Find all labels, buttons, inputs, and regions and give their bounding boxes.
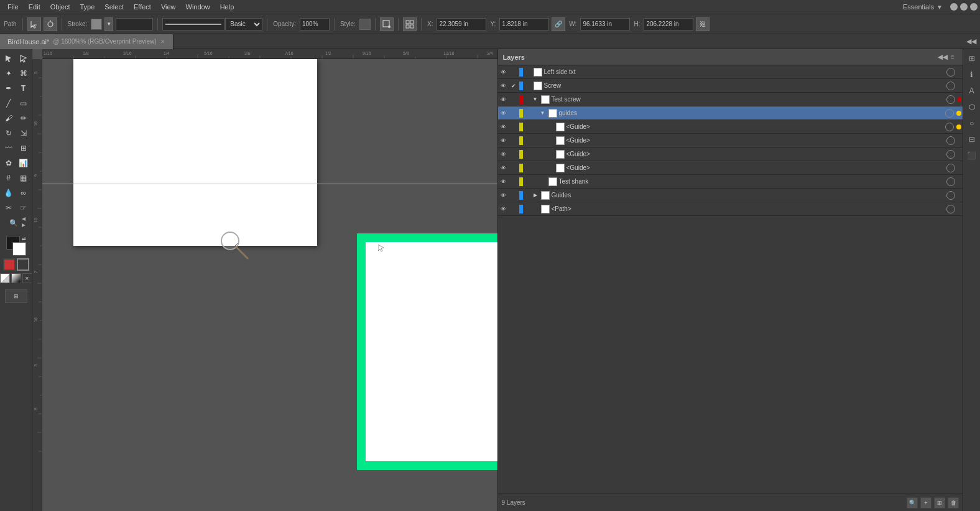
layer-target-guides[interactable] bbox=[945, 109, 954, 118]
menu-effect[interactable]: Effect bbox=[129, 2, 156, 12]
lasso-tool[interactable]: ⌘ bbox=[17, 67, 30, 80]
y-input[interactable] bbox=[499, 18, 549, 30]
rect-tool[interactable]: ▭ bbox=[17, 96, 30, 110]
anchor-btn[interactable] bbox=[44, 17, 57, 31]
mesh-tool[interactable]: # bbox=[2, 171, 16, 185]
paintbrush-tool[interactable]: 🖌 bbox=[2, 111, 16, 125]
window-close[interactable] bbox=[970, 3, 978, 11]
swap-colors-btn[interactable]: ⇄ bbox=[22, 236, 26, 241]
layer-expand-guides2[interactable]: ▶ bbox=[532, 192, 539, 198]
opacity-input[interactable] bbox=[300, 18, 330, 30]
layer-expand-guides[interactable]: ▼ bbox=[539, 110, 547, 116]
menu-help[interactable]: Help bbox=[215, 2, 239, 12]
layer-target-test-shank[interactable] bbox=[946, 177, 955, 186]
trash-btn[interactable]: 🗑 bbox=[948, 497, 959, 509]
layer-target-guide3[interactable] bbox=[946, 150, 955, 159]
menu-view[interactable]: View bbox=[156, 2, 181, 12]
layer-row-guides[interactable]: 👁 ▼ guides bbox=[498, 106, 963, 120]
layer-target-guides2[interactable] bbox=[946, 191, 955, 200]
workspace-arrow[interactable]: ▼ bbox=[936, 4, 943, 11]
stroke-color[interactable] bbox=[91, 19, 102, 30]
background-swatch[interactable] bbox=[12, 242, 26, 256]
layer-visibility-guides[interactable]: 👁 bbox=[498, 110, 509, 116]
layer-target-guide2[interactable] bbox=[946, 136, 955, 145]
column-graph-tool[interactable]: 📊 bbox=[17, 156, 30, 170]
grid-icon[interactable] bbox=[403, 17, 417, 31]
search-layers-btn[interactable]: 🔍 bbox=[907, 497, 918, 509]
selection-tool[interactable] bbox=[2, 52, 16, 65]
warp-tool[interactable]: 〰 bbox=[2, 141, 16, 155]
x-input[interactable] bbox=[437, 18, 486, 30]
layer-visibility-left-side-txt[interactable]: 👁 bbox=[498, 69, 509, 75]
menu-file[interactable]: File bbox=[2, 2, 24, 12]
h-input[interactable] bbox=[644, 18, 693, 30]
style-swatch[interactable] bbox=[359, 19, 371, 30]
canvas-area[interactable] bbox=[42, 59, 497, 511]
layer-visibility-test-shank[interactable]: 👁 bbox=[498, 179, 509, 185]
zoom-tool[interactable]: 🔍 bbox=[7, 216, 21, 230]
artboard-tool[interactable]: ⊞ bbox=[5, 289, 27, 303]
rotate-tool[interactable]: ↻ bbox=[2, 126, 16, 140]
symbol-sprayer-tool[interactable]: ✿ bbox=[2, 156, 16, 170]
align-strip-btn[interactable]: ⊟ bbox=[965, 133, 979, 146]
line-tool[interactable]: ╱ bbox=[2, 96, 16, 110]
document-tab[interactable]: BirdHouse.ai* @ 1600%% (RGB/Overprint Pr… bbox=[0, 34, 173, 49]
pathfinder-strip-btn[interactable]: ○ bbox=[965, 116, 979, 130]
pen-tool[interactable]: ✒ bbox=[2, 82, 16, 95]
nav-left[interactable]: ◀ bbox=[22, 216, 25, 222]
menu-window[interactable]: Window bbox=[181, 2, 215, 12]
layers-panel-menu-btn[interactable]: ≡ bbox=[948, 52, 958, 62]
gradient-btn[interactable] bbox=[11, 273, 21, 283]
layer-row-screw[interactable]: 👁 ✔ Screw bbox=[498, 79, 963, 93]
constrain-icon[interactable]: ⛓ bbox=[696, 17, 710, 31]
window-minimize[interactable] bbox=[950, 3, 958, 11]
layer-target-path[interactable] bbox=[946, 205, 955, 213]
select-path-btn[interactable] bbox=[27, 17, 41, 31]
layer-target-guide4[interactable] bbox=[946, 164, 955, 172]
direct-selection-tool[interactable] bbox=[17, 52, 30, 65]
layer-row-guide2[interactable]: 👁 <Guide> bbox=[498, 134, 963, 148]
color-btn[interactable] bbox=[0, 273, 10, 283]
hand-tool[interactable]: ☞ bbox=[17, 201, 30, 215]
layer-target-guide1[interactable] bbox=[945, 123, 954, 131]
layers-panel-expand-btn[interactable]: ◀◀ bbox=[938, 52, 948, 62]
move-to-new-btn[interactable]: ⊞ bbox=[934, 497, 945, 509]
layer-visibility-guide1[interactable]: 👁 bbox=[498, 124, 509, 130]
layer-visibility-path[interactable]: 👁 bbox=[498, 206, 509, 212]
color-strip-btn[interactable]: ⬛ bbox=[965, 149, 979, 162]
stroke-value-input[interactable] bbox=[116, 18, 153, 30]
layer-row-test-screw[interactable]: 👁 ▼ Test screw bbox=[498, 93, 963, 106]
stroke-arrow[interactable]: ▼ bbox=[104, 17, 113, 31]
info-strip-btn[interactable]: ℹ bbox=[965, 68, 979, 82]
layer-visibility-guide2[interactable]: 👁 bbox=[498, 138, 509, 144]
layer-row-guide4[interactable]: 👁 <Guide> bbox=[498, 161, 963, 175]
w-input[interactable] bbox=[580, 18, 630, 30]
style-preset-bar[interactable] bbox=[162, 18, 224, 30]
tab-close-btn[interactable]: ✕ bbox=[160, 39, 165, 45]
nav-right[interactable]: ▶ bbox=[22, 222, 25, 228]
scissors-tool[interactable]: ✂ bbox=[2, 201, 16, 215]
layer-row-left-side-txt[interactable]: 👁 Left side txt bbox=[498, 65, 963, 79]
basic-select[interactable]: Basic bbox=[225, 18, 262, 30]
type-strip-btn[interactable]: A bbox=[965, 84, 979, 98]
appearance-strip-btn[interactable]: ⬡ bbox=[965, 100, 979, 114]
layer-visibility-screw[interactable]: 👁 bbox=[498, 83, 509, 89]
layer-row-guides2[interactable]: 👁 ▶ Guides bbox=[498, 189, 963, 202]
magic-wand-tool[interactable]: ✦ bbox=[2, 67, 16, 80]
stroke-mode-btn[interactable] bbox=[17, 258, 29, 271]
blend-tool[interactable]: ∞ bbox=[17, 186, 30, 200]
layer-target-screw[interactable] bbox=[946, 82, 955, 90]
layer-row-guide1[interactable]: 👁 <Guide> bbox=[498, 120, 963, 134]
new-layer-btn[interactable]: + bbox=[920, 497, 931, 509]
free-transform-tool[interactable]: ⊞ bbox=[17, 141, 30, 155]
pencil-tool[interactable]: ✏ bbox=[17, 111, 30, 125]
layer-visibility-guides2[interactable]: 👁 bbox=[498, 192, 509, 199]
gradient-tool[interactable]: ▦ bbox=[17, 171, 30, 185]
fill-mode-btn[interactable] bbox=[3, 258, 16, 271]
menu-edit[interactable]: Edit bbox=[24, 2, 45, 12]
link-icon[interactable]: 🔗 bbox=[552, 17, 565, 31]
menu-select[interactable]: Select bbox=[99, 2, 129, 12]
layer-row-path[interactable]: 👁 <Path> bbox=[498, 202, 963, 216]
transform-strip-btn[interactable]: ⊞ bbox=[965, 52, 979, 65]
layer-row-test-shank[interactable]: 👁 Test shank bbox=[498, 175, 963, 189]
